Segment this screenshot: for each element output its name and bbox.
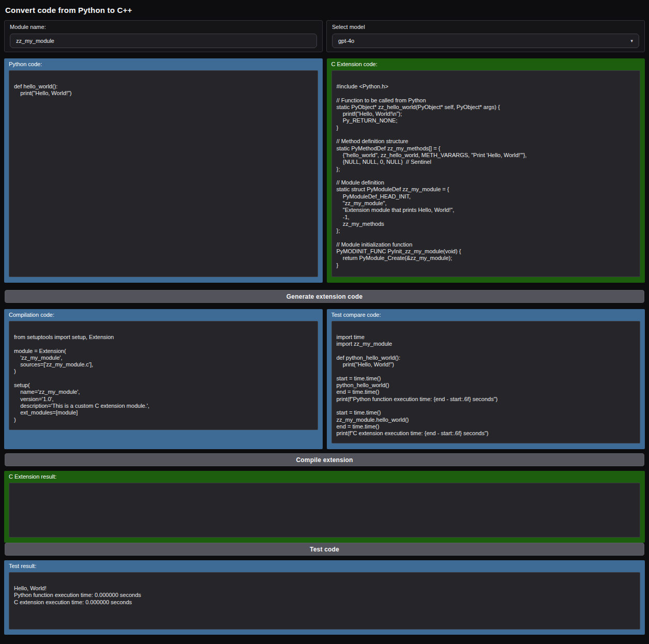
- chevron-down-icon: ▾: [630, 38, 633, 43]
- c-extension-result-output[interactable]: [9, 483, 640, 538]
- generate-extension-code-button[interactable]: Generate extension code: [5, 290, 644, 303]
- test-compare-code-editor[interactable]: import time import zz_my_module def pyth…: [331, 321, 641, 443]
- model-select-group: Select model gpt-4o ▾: [326, 20, 645, 52]
- python-code-panel: Python code: def hello_world(): print("H…: [4, 58, 323, 283]
- python-code-label: Python code:: [9, 61, 318, 67]
- model-select-label: Select model: [332, 24, 639, 30]
- test-compare-code-label: Test compare code:: [331, 312, 641, 318]
- model-select-value: gpt-4o: [338, 38, 354, 44]
- test-result-panel: Test result: Hello, World! Python functi…: [4, 560, 645, 635]
- module-name-group: Module name:: [4, 20, 323, 52]
- settings-row: Module name: Select model gpt-4o ▾: [4, 20, 645, 52]
- test-result-label: Test result:: [9, 563, 640, 569]
- test-compare-code-panel: Test compare code: import time import zz…: [327, 309, 645, 449]
- model-select[interactable]: gpt-4o ▾: [332, 34, 639, 48]
- compilation-code-label: Compilation code:: [9, 312, 318, 318]
- compilation-code-editor[interactable]: from setuptools import setup, Extension …: [9, 321, 318, 430]
- c-extension-code-panel: C Extension code: #include <Python.h> //…: [327, 58, 645, 283]
- build-code-row: Compilation code: from setuptools import…: [4, 309, 645, 449]
- module-name-input[interactable]: [10, 34, 317, 48]
- source-code-row: Python code: def hello_world(): print("H…: [4, 58, 645, 283]
- module-name-label: Module name:: [10, 24, 317, 30]
- compile-extension-button[interactable]: Compile extension: [5, 453, 644, 466]
- test-code-button[interactable]: Test code: [5, 543, 644, 556]
- compilation-code-panel: Compilation code: from setuptools import…: [4, 309, 323, 449]
- app-page: Convert code from Python to C++ Module n…: [0, 0, 649, 635]
- test-result-output[interactable]: Hello, World! Python function execution …: [9, 572, 640, 630]
- page-title: Convert code from Python to C++: [4, 0, 645, 20]
- c-extension-code-editor[interactable]: #include <Python.h> // Function to be ca…: [331, 70, 641, 277]
- python-code-editor[interactable]: def hello_world(): print("Hello, World!"…: [9, 70, 318, 277]
- c-extension-result-label: C Extension result:: [9, 473, 640, 480]
- c-extension-result-panel: C Extension result:: [4, 471, 645, 543]
- c-extension-code-label: C Extension code:: [331, 61, 641, 67]
